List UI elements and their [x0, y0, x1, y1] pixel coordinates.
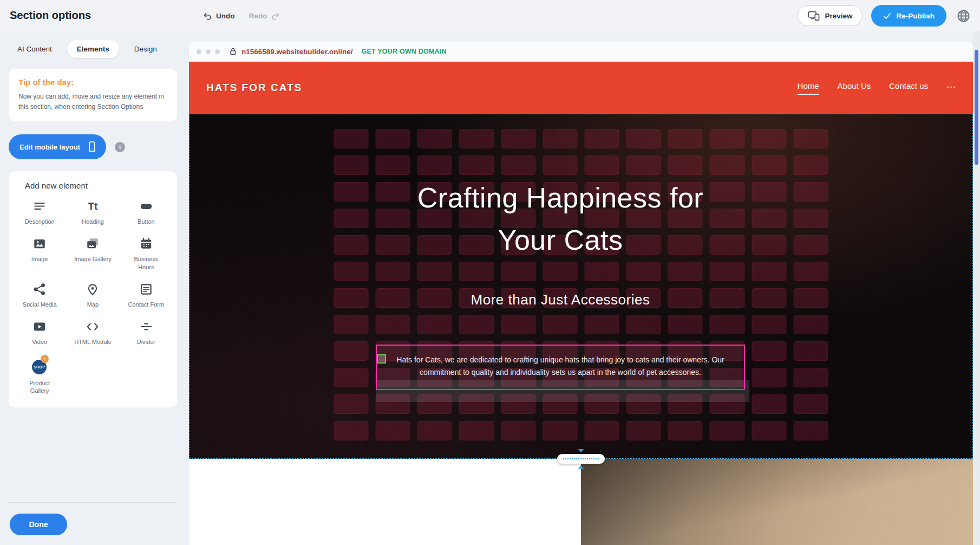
- selected-paragraph-element[interactable]: Hats for Cats, we are dedicated to craft…: [376, 345, 745, 390]
- element-map[interactable]: Map: [67, 282, 119, 308]
- element-html-module[interactable]: HTML Module: [67, 319, 119, 346]
- preview-button[interactable]: Preview: [798, 5, 863, 26]
- hat-tile: [417, 421, 452, 440]
- topbar-actions: Preview Re-Publish: [798, 0, 971, 31]
- hat-tile: [793, 315, 828, 334]
- hat-tile: [793, 341, 828, 361]
- arrow-down-icon: [578, 449, 584, 452]
- hat-tile: [501, 129, 535, 148]
- hat-tile: [710, 315, 744, 334]
- language-globe-button[interactable]: [955, 8, 971, 24]
- hat-tile: [501, 155, 535, 175]
- hat-tile: [626, 129, 661, 148]
- hat-tile: [668, 129, 703, 148]
- scrollbar-thumb[interactable]: [975, 50, 978, 165]
- info-icon[interactable]: i: [115, 142, 125, 152]
- upgrade-arrow-icon: ↑: [41, 355, 49, 363]
- element-label: Description: [25, 218, 55, 225]
- redo-icon: [271, 11, 280, 21]
- element-divider[interactable]: Divider: [120, 319, 172, 346]
- sidebar-tabs: AI Content Elements Design: [0, 31, 189, 60]
- tab-design[interactable]: Design: [133, 40, 158, 58]
- description-icon: [32, 199, 47, 214]
- redo-label: Redo: [249, 12, 267, 20]
- element-label: Product Gallery: [20, 379, 59, 395]
- site-stage: HATS FOR CATS Home About Us Contact us ⋯…: [189, 62, 973, 545]
- hat-tile: [376, 155, 410, 175]
- social-media-icon: [32, 282, 47, 297]
- nav-about-us[interactable]: About Us: [838, 81, 871, 95]
- site-header: HATS FOR CATS Home About Us Contact us ⋯: [189, 62, 973, 114]
- business-hours-icon: [139, 236, 153, 251]
- hero-title-line2: Your Cats: [189, 219, 932, 261]
- hero-paragraph: Hats for Cats, we are dedicated to craft…: [377, 346, 744, 379]
- hat-tile: [626, 155, 661, 175]
- undo-button[interactable]: Undo: [203, 11, 235, 21]
- hat-tile: [752, 368, 786, 387]
- hat-tile: [543, 155, 577, 175]
- arrow-up-icon: [578, 465, 584, 469]
- tab-elements[interactable]: Elements: [67, 40, 119, 58]
- element-description[interactable]: Description: [14, 199, 66, 225]
- section-resize-handle[interactable]: [557, 454, 605, 464]
- hat-tile: [376, 129, 410, 148]
- redo-button[interactable]: Redo: [249, 11, 280, 21]
- element-video[interactable]: Video: [14, 319, 66, 346]
- hat-tile: [710, 155, 744, 175]
- element-label: Business Hours: [127, 255, 166, 271]
- element-product-gallery[interactable]: SHOP ↑ Product Gallery: [14, 357, 66, 395]
- hat-tile: [334, 155, 369, 175]
- lock-icon: [230, 48, 237, 55]
- devices-icon: [808, 10, 820, 21]
- hero-section[interactable]: Crafting Happiness for Your Cats More th…: [189, 114, 973, 459]
- divider-icon: [139, 319, 153, 334]
- element-heading[interactable]: Tt Heading: [67, 199, 119, 225]
- tab-ai-content[interactable]: AI Content: [16, 40, 53, 58]
- hat-tile: [668, 262, 703, 281]
- hat-tile: [710, 262, 744, 281]
- top-toolbar: Section options Undo Redo Preview: [0, 0, 980, 31]
- hero-subtitle[interactable]: More than Just Accessories: [189, 291, 932, 308]
- undo-label: Undo: [216, 12, 235, 20]
- element-drag-handle[interactable]: [377, 354, 386, 364]
- nav-contact-us[interactable]: Contact us: [889, 81, 928, 95]
- site-url[interactable]: n1566589.websitebuilder.online/: [241, 48, 353, 56]
- hat-tile: [543, 262, 577, 281]
- get-domain-link[interactable]: GET YOUR OWN DOMAIN: [362, 48, 447, 55]
- hat-tile: [793, 394, 828, 414]
- heading-icon: Tt: [88, 199, 98, 214]
- hat-tile: [376, 315, 410, 334]
- nav-more-icon[interactable]: ⋯: [946, 81, 956, 95]
- element-business-hours[interactable]: Business Hours: [120, 236, 172, 271]
- product-gallery-icon: SHOP ↑: [30, 357, 49, 375]
- hat-tile: [752, 421, 786, 440]
- edit-mobile-layout-button[interactable]: Edit mobile layout: [9, 134, 106, 159]
- nav-home[interactable]: Home: [798, 81, 819, 95]
- hat-tile: [459, 315, 494, 334]
- sidebar-divider: [9, 502, 175, 503]
- element-image[interactable]: Image: [14, 236, 66, 271]
- hat-tile: [710, 421, 744, 440]
- hero-title[interactable]: Crafting Happiness for Your Cats: [189, 177, 932, 261]
- element-social-media[interactable]: Social Media: [14, 282, 66, 308]
- hat-tile: [459, 129, 494, 148]
- canvas-scrollbar[interactable]: [973, 31, 980, 545]
- element-label: Video: [32, 338, 47, 346]
- edit-mobile-layout-label: Edit mobile layout: [19, 143, 80, 151]
- video-icon: [32, 319, 47, 334]
- hat-tile: [793, 262, 828, 281]
- done-button[interactable]: Done: [10, 514, 67, 535]
- map-icon: [86, 282, 100, 297]
- republish-button[interactable]: Re-Publish: [871, 5, 946, 27]
- hat-tile: [334, 341, 369, 361]
- site-logo[interactable]: HATS FOR CATS: [206, 82, 302, 94]
- window-dot: [215, 49, 220, 54]
- element-image-gallery[interactable]: Image Gallery: [67, 236, 119, 271]
- hat-tile: [417, 262, 452, 281]
- hat-tile: [334, 262, 369, 281]
- hat-tile: [501, 262, 535, 281]
- element-button[interactable]: Button: [120, 199, 172, 225]
- section-options-sidebar: AI Content Elements Design Tip of the da…: [0, 31, 189, 545]
- hat-tile: [668, 155, 703, 175]
- element-contact-form[interactable]: Contact Form: [120, 282, 172, 308]
